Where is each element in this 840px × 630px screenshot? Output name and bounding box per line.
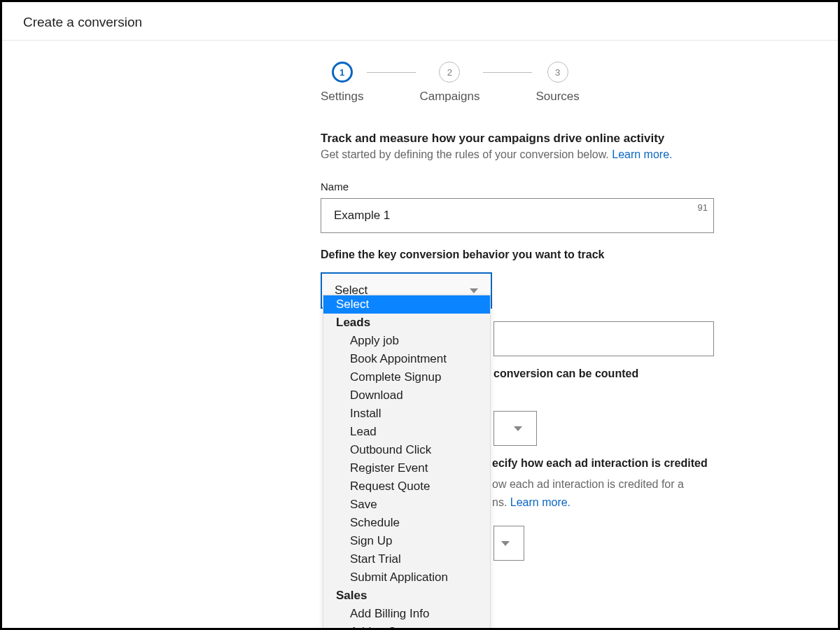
dropdown-item-complete-signup[interactable]: Complete Signup [323, 368, 490, 386]
dropdown-item-add-to-cart[interactable]: Add to Cart [323, 623, 490, 630]
bg-text-1: conversion can be counted [493, 368, 638, 380]
dropdown-item-lead[interactable]: Lead [323, 423, 490, 441]
dropdown-item-outbound-click[interactable]: Outbound Click [323, 441, 490, 459]
step-label-campaigns: Campaigns [419, 90, 479, 104]
behavior-dropdown: Select Leads Apply job Book Appointment … [323, 295, 491, 630]
bg-text-3: ow each ad interaction is credited for a [492, 478, 684, 491]
learn-more-link-2[interactable]: Learn more. [510, 496, 570, 508]
section-sub: Get started by defining the rules of you… [321, 148, 719, 161]
behavior-title: Define the key conversion behavior you w… [321, 248, 719, 261]
name-input[interactable] [321, 198, 714, 233]
step-label-settings: Settings [321, 90, 363, 104]
step-sources[interactable]: 3 Sources [536, 62, 579, 104]
chevron-down-icon [514, 426, 522, 431]
dropdown-item-add-billing-info[interactable]: Add Billing Info [323, 605, 490, 623]
dropdown-item-download[interactable]: Download [323, 386, 490, 405]
dropdown-item-start-trial[interactable]: Start Trial [323, 550, 490, 568]
dropdown-item-register-event[interactable]: Register Event [323, 459, 490, 477]
step-connector [367, 72, 416, 73]
dropdown-item-schedule[interactable]: Schedule [323, 514, 490, 532]
page-title: Create a conversion [2, 2, 838, 41]
dropdown-group-leads: Leads [323, 314, 490, 332]
bg-text-4: ns. Learn more. [492, 496, 570, 509]
chevron-down-icon [501, 541, 510, 546]
dropdown-item-request-quote[interactable]: Request Quote [323, 477, 490, 496]
bg-input[interactable] [493, 321, 714, 356]
step-connector [483, 72, 532, 73]
dropdown-item-sign-up[interactable]: Sign Up [323, 532, 490, 550]
dropdown-item-book-appointment[interactable]: Book Appointment [323, 350, 490, 368]
dropdown-item-save[interactable]: Save [323, 496, 490, 514]
dropdown-scroll[interactable]: Select Leads Apply job Book Appointment … [323, 295, 490, 630]
stepper: 1 Settings 2 Campaigns 3 Sources [321, 62, 719, 104]
page-title-text: Create a conversion [23, 15, 142, 29]
step-circle-2: 2 [439, 62, 460, 83]
chevron-down-icon [470, 288, 478, 293]
dropdown-item-submit-application[interactable]: Submit Application [323, 568, 490, 587]
bg-select-2[interactable] [493, 526, 524, 561]
learn-more-link[interactable]: Learn more. [612, 148, 672, 160]
dropdown-group-sales: Sales [323, 587, 490, 605]
bg-select-1[interactable] [493, 411, 537, 446]
dropdown-item-apply-job[interactable]: Apply job [323, 332, 490, 350]
step-circle-1: 1 [332, 62, 353, 83]
name-label: Name [321, 181, 719, 192]
step-campaigns[interactable]: 2 Campaigns [419, 62, 479, 104]
dropdown-item-select[interactable]: Select [323, 295, 490, 314]
step-circle-3: 3 [547, 62, 568, 83]
step-label-sources: Sources [536, 90, 579, 104]
bg-text-2: ecify how each ad interaction is credite… [492, 457, 708, 470]
dropdown-item-install[interactable]: Install [323, 405, 490, 423]
step-settings[interactable]: 1 Settings [321, 62, 363, 104]
section-heading: Track and measure how your campaigns dri… [321, 132, 719, 146]
